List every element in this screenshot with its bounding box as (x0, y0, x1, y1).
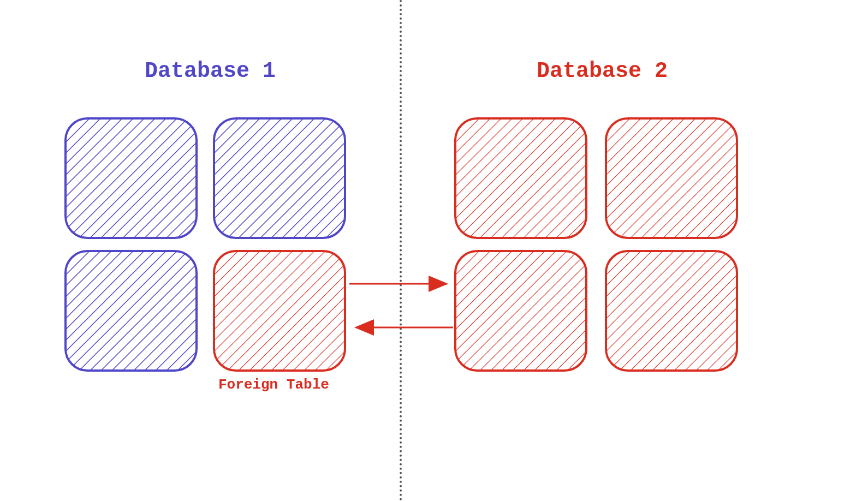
db1-table-r1c0 (64, 250, 198, 372)
db1-table-r0c0 (64, 117, 198, 239)
diagram-canvas: Database 1 Database 2 Foreign Table (0, 0, 868, 501)
bidirectional-arrows (348, 273, 454, 338)
db2-table-r1c1 (605, 250, 738, 372)
db2-table-r0c1 (605, 117, 738, 239)
title-database-2: Database 2 (537, 59, 668, 83)
db1-foreign-table (213, 250, 346, 372)
vertical-divider (400, 0, 402, 501)
db1-table-r0c1 (213, 117, 346, 239)
foreign-table-label: Foreign Table (218, 377, 329, 393)
title-database-1: Database 1 (145, 59, 276, 83)
db2-table-r1c0 (454, 250, 587, 372)
db2-table-r0c0 (454, 117, 587, 239)
